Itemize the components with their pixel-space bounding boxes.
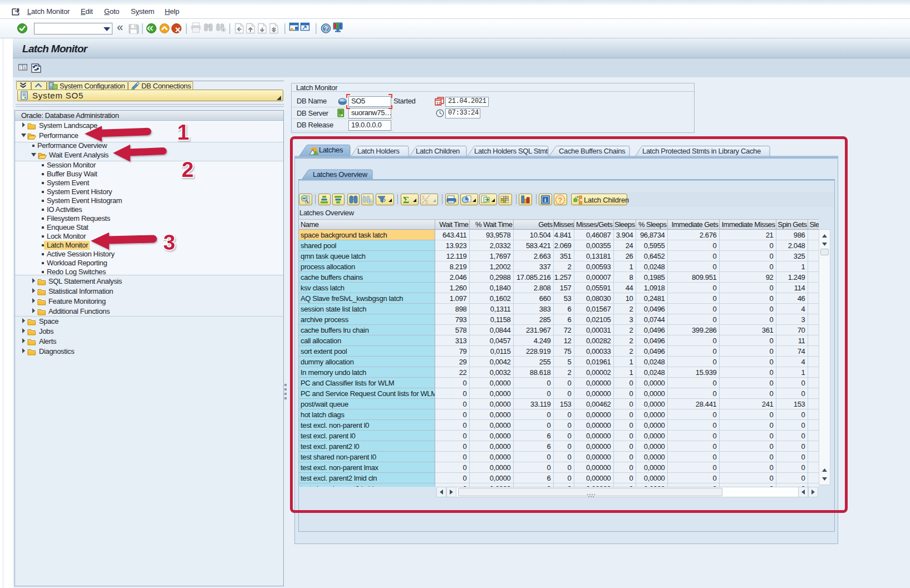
svg-text:12: 12 bbox=[436, 101, 441, 105]
svg-text:?: ? bbox=[324, 25, 328, 33]
